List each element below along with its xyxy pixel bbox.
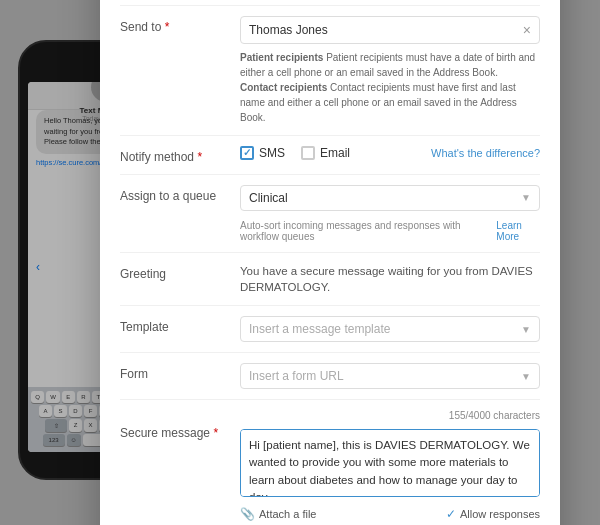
chevron-down-icon: ▼ [521, 192, 531, 203]
template-select[interactable]: Insert a message template ▼ [240, 316, 540, 342]
template-row: Template Insert a message template ▼ [120, 306, 540, 353]
attach-row: 📎 Attach a file ✓ Allow responses [240, 503, 540, 521]
checkbox-sms-label: SMS [259, 146, 285, 160]
queue-content: Clinical ▼ Auto-sort incoming messages a… [240, 185, 540, 242]
queue-label: Assign to a queue [120, 185, 240, 203]
send-to-helper: Patient recipients Patient recipients mu… [240, 50, 540, 125]
autosort-text: Auto-sort incoming messages and response… [240, 220, 496, 242]
notify-what-difference-link[interactable]: What's the difference? [431, 147, 540, 159]
attach-file-button[interactable]: 📎 Attach a file [240, 507, 316, 521]
send-to-row: Send to * Thomas Jones × Patient recipie… [120, 6, 540, 136]
secure-message-textarea[interactable] [240, 429, 540, 497]
notify-required: * [194, 150, 202, 164]
dialog-overlay: Send a Text Message × I want to send a S… [0, 0, 600, 525]
checkbox-email-box[interactable] [301, 146, 315, 160]
form-url-chevron-icon: ▼ [521, 371, 531, 382]
send-to-required: * [161, 20, 169, 34]
allow-responses-label: Allow responses [460, 508, 540, 520]
queue-select[interactable]: Clinical ▼ [240, 185, 540, 211]
greeting-row: Greeting You have a secure message waiti… [120, 253, 540, 306]
send-text-dialog: Send a Text Message × I want to send a S… [100, 0, 560, 525]
queue-value: Clinical [249, 191, 288, 205]
checkbox-email[interactable]: Email [301, 146, 350, 160]
send-to-input[interactable]: Thomas Jones × [240, 16, 540, 44]
dialog-body: I want to send a Secure Text SMS Text Wh… [100, 0, 560, 525]
checkbox-sms[interactable]: SMS [240, 146, 285, 160]
queue-row: Assign to a queue Clinical ▼ Auto-sort i… [120, 175, 540, 253]
paperclip-icon: 📎 [240, 507, 255, 521]
secure-message-row: Secure message * 155/4000 characters 📎 A… [120, 400, 540, 525]
template-content: Insert a message template ▼ [240, 316, 540, 342]
allow-responses-toggle[interactable]: ✓ Allow responses [446, 507, 540, 521]
template-label: Template [120, 316, 240, 334]
greeting-text: You have a secure message waiting for yo… [240, 263, 540, 295]
send-to-content: Thomas Jones × Patient recipients Patien… [240, 16, 540, 125]
attach-label: Attach a file [259, 508, 316, 520]
form-label: Form [120, 363, 240, 381]
secure-message-content: 155/4000 characters 📎 Attach a file ✓ Al… [240, 410, 540, 521]
clear-recipient-icon[interactable]: × [523, 22, 531, 38]
notify-method-label: Notify method * [120, 146, 240, 164]
template-chevron-icon: ▼ [521, 324, 531, 335]
secure-message-required: * [210, 426, 218, 440]
char-count: 155/4000 characters [240, 410, 540, 421]
form-url-row: Form Insert a form URL ▼ [120, 353, 540, 400]
notify-method-row: Notify method * SMS Email What's the dif [120, 136, 540, 175]
checkmark-icon: ✓ [446, 507, 456, 521]
notify-method-content: SMS Email What's the difference? [240, 146, 540, 160]
send-to-label: Send to * [120, 16, 240, 34]
notify-checkbox-group: SMS Email [240, 146, 350, 160]
learn-more-link[interactable]: Learn More [496, 220, 540, 242]
send-to-value: Thomas Jones [249, 23, 328, 37]
checkbox-sms-box[interactable] [240, 146, 254, 160]
secure-message-label: Secure message * [120, 410, 240, 440]
greeting-content: You have a secure message waiting for yo… [240, 263, 540, 295]
form-url-content: Insert a form URL ▼ [240, 363, 540, 389]
greeting-label: Greeting [120, 263, 240, 281]
checkbox-email-label: Email [320, 146, 350, 160]
form-url-select[interactable]: Insert a form URL ▼ [240, 363, 540, 389]
template-placeholder: Insert a message template [249, 322, 390, 336]
form-url-placeholder: Insert a form URL [249, 369, 344, 383]
